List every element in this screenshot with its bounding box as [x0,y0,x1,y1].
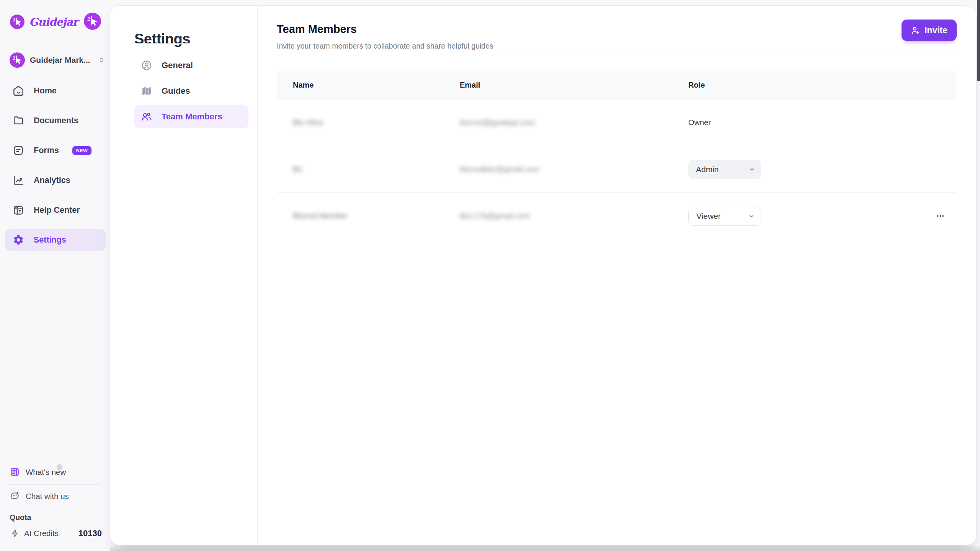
workspace-selector[interactable]: Guidejar Mark... [6,50,108,70]
settings-tab-label: General [162,60,193,70]
chevron-down-icon [748,166,755,173]
sidebar-item-documents[interactable]: Documents [5,110,106,131]
table-row: Bn blurredblur@gmail.com Admin [277,146,956,193]
settings-panel: Settings General Guides Team Members Tea [110,5,977,545]
notification-dot [57,464,62,470]
settings-tab-general[interactable]: General [134,54,248,77]
settings-nav-column: Settings General Guides Team Members [110,6,258,545]
workspace-avatar-icon [10,52,25,68]
role-select[interactable]: Admin [688,160,761,179]
member-email-redacted: blur.17b@gmail.com [444,212,672,220]
settings-title: Settings [134,31,190,47]
role-select-value: Viewer [696,212,721,221]
table-header-row: Name Email Role [277,71,956,99]
title-divider [134,43,189,44]
team-members-content: Team Members Invite your team members to… [258,6,976,545]
map-icon [141,85,152,97]
team-members-table: Name Email Role Blu Vlms blurred@guideja… [277,71,956,239]
panel-bottom-shadow [110,546,980,551]
row-actions-menu-button[interactable] [932,208,949,225]
sidebar-item-forms[interactable]: Forms NEW [5,140,106,161]
chat-with-us-label: Chat with us [26,492,69,501]
sidebar-item-label: Forms [34,146,59,155]
sidebar-divider [10,508,101,508]
folder-icon [13,115,24,126]
sidebar-item-analytics[interactable]: Analytics [5,170,106,191]
member-role-text: Owner [672,118,925,127]
page-title: Team Members [277,23,357,36]
sidebar-item-settings[interactable]: Settings [5,229,106,251]
column-header-name: Name [277,81,444,90]
user-circle-icon [141,60,152,71]
table-row: Blu Vlms blurred@guidejar.com Owner [277,99,956,146]
chevron-down-icon [748,213,755,220]
member-name-redacted: Bn [277,165,444,174]
new-badge: NEW [72,146,92,155]
help-center-icon [13,204,24,216]
page-subtitle: Invite your team members to collaborate … [277,42,493,51]
settings-tab-label: Guides [162,86,190,96]
member-name-redacted: Blu Vlms [277,118,444,127]
sidebar-item-home[interactable]: Home [5,80,106,101]
chat-bubble-icon [10,491,20,501]
bolt-icon [11,529,19,538]
member-email-redacted: blurredblur@gmail.com [444,165,672,174]
sidebar-item-label: Analytics [34,176,70,185]
brand-wordmark: Guidejar [29,16,78,28]
invite-button-label: Invite [924,25,947,36]
sidebar-item-label: Home [34,86,57,96]
sidebar-item-help-center[interactable]: Help Center [5,199,106,221]
sidebar-item-label: Help Center [34,205,80,215]
ai-credits-value: 10130 [78,528,102,538]
gear-icon [13,234,24,246]
line-chart-icon [13,174,24,186]
column-header-email: Email [444,81,672,90]
collapsed-workspace-avatar[interactable] [84,13,101,30]
settings-tab-team-members[interactable]: Team Members [134,105,248,128]
quota-heading: Quota [10,513,31,522]
sidebar: Guidejar Guidejar Mark... Home Documents… [0,0,110,551]
chevrons-up-down-icon [98,55,105,65]
header-divider [277,52,956,52]
sidebar-divider [10,484,101,485]
ellipsis-icon [936,212,945,220]
member-name-redacted: Blurred Member [277,212,444,220]
home-icon [13,85,24,96]
screen-edge [977,0,980,81]
brand: Guidejar [10,15,78,29]
role-select-value: Admin [696,165,719,174]
settings-tab-guides[interactable]: Guides [134,80,248,103]
ai-credits-label: AI Credits [24,529,59,538]
member-email-redacted: blurred@guidejar.com [444,118,672,127]
role-select[interactable]: Viewer [688,207,761,226]
settings-nav: General Guides Team Members [134,54,248,131]
guidejar-logo-icon [10,15,24,29]
sidebar-item-label: Documents [34,116,78,126]
settings-tab-label: Team Members [162,112,222,122]
sidebar-nav: Home Documents Forms NEW Analytics Help … [5,80,106,259]
column-header-role: Role [672,81,925,90]
workspace-name: Guidejar Mark... [30,55,90,65]
table-row: Blurred Member blur.17b@gmail.com Viewer [277,193,956,239]
form-icon [13,145,24,156]
chat-with-us-button[interactable]: Chat with us [10,491,69,501]
sidebar-item-label: Settings [34,235,66,245]
invite-button[interactable]: Invite [902,20,957,41]
user-plus-icon [911,26,920,35]
app-screen: Guidejar Guidejar Mark... Home Documents… [0,0,980,551]
users-icon [141,111,152,122]
newspaper-icon [10,467,20,477]
ai-credits-row: AI Credits 10130 [11,528,102,538]
